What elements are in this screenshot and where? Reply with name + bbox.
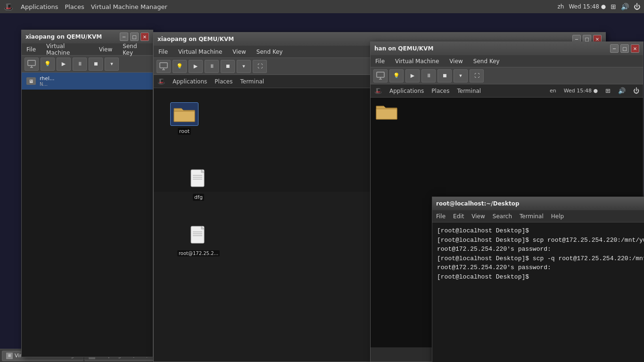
han-fullscreen-btn[interactable]: ⛶ [470,69,484,82]
root-folder-label: root [178,128,191,135]
vmm-menu-file[interactable]: File [25,45,38,54]
vmm-play-btn[interactable]: ▶ [57,58,71,71]
vm-icon: 🖥 [26,77,36,85]
xiaopang-menu-view[interactable]: View [231,48,248,56]
root-folder-bg [170,102,198,126]
han-minimize-btn[interactable]: ─ [610,44,619,53]
root172-file-icon[interactable]: root@172.25.2... [182,225,215,256]
vmm-menu-vm[interactable]: Virtual Machine [44,42,91,57]
terminal-line-3: root@172.25.254.220's password: [437,245,644,254]
han-apps-menu[interactable]: Applications [389,88,424,94]
terminal-menubar: File Edit View Search Terminal Help [432,210,644,222]
han-stop-btn[interactable]: ⏹ [438,69,452,82]
han-menu-vm[interactable]: Virtual Machine [393,57,441,66]
power-icon[interactable]: ⏻ [634,3,640,10]
vmm-bulb-btn[interactable]: 💡 [41,58,55,71]
han-sound-icon[interactable]: 🔊 [618,87,626,94]
xiaopang-menu-vm[interactable]: Virtual Machine [176,48,224,56]
han-window: han on QEMU/KVM ─ □ ✕ File Virtual Machi… [370,41,644,362]
lang-indicator: zh [558,3,564,10]
han-maximize-btn[interactable]: □ [620,44,629,53]
terminal-menu-search[interactable]: Search [493,213,512,220]
vmm-dropdown-btn[interactable]: ▾ [105,58,119,71]
han-dropdown-btn[interactable]: ▾ [454,69,468,82]
han-folder-icon [375,102,398,121]
xiaopang-pause-btn[interactable]: ⏸ [205,60,219,73]
system-bar-left: 🎩 Applications Places Virtual Machine Ma… [4,2,167,11]
dfg-file-label: dfg [193,194,204,201]
vmm-monitor-btn[interactable] [25,58,39,71]
xiaopang-places-menu[interactable]: Places [215,78,232,85]
terminal-menu-file[interactable]: File [436,213,446,220]
han-net-icon[interactable]: ⊞ [605,87,611,94]
vmm-menu-sendkey[interactable]: Send Key [121,42,150,57]
vmm-close-btn[interactable]: ✕ [140,33,149,41]
xiaopang-terminal-menu[interactable]: Terminal [240,78,264,85]
svg-rect-3 [160,63,167,68]
han-lang: en [550,88,556,94]
vmm-minimize-btn[interactable]: ─ [120,33,128,41]
terminal-menu-view[interactable]: View [471,213,485,220]
vmm-maximize-btn[interactable]: □ [130,33,139,41]
xiaopang-bulb-btn[interactable]: 💡 [173,60,187,73]
vmm-vm-name: rhel... [40,75,55,82]
sound-icon[interactable]: 🔊 [621,3,629,10]
vmm-content: 🖥 rhel... N... [22,73,153,357]
root172-label: root@172.25.2... [177,250,220,256]
han-menubar: File Virtual Machine View Send Key [371,55,643,67]
terminal-line-6: [root@localhost Desktop]$ [437,272,644,282]
dfg-container: dfg [182,168,215,201]
taskbar-vmm-icon: 🖥 [6,353,13,359]
han-close-btn[interactable]: ✕ [631,44,639,53]
han-inner-menubar: 🎩 Applications Places Terminal en Wed 15… [371,84,643,98]
xiaopang-apps-menu[interactable]: Applications [173,78,207,85]
dfg-file-bg [184,168,213,192]
vmm-pause-btn[interactable]: ⏸ [73,58,87,71]
root172-file-bg [184,225,213,248]
vmm-menu-view[interactable]: View [97,45,114,54]
vmm-menu[interactable]: Virtual Machine Manager [91,3,167,10]
han-bulb-btn[interactable]: 💡 [389,69,404,82]
xiaopang-menu-sendkey[interactable]: Send Key [255,48,285,56]
han-power-icon[interactable]: ⏻ [633,87,639,94]
vmm-item-rhel[interactable]: 🖥 rhel... N... [22,73,153,90]
terminal-menu-help[interactable]: Help [551,213,564,220]
applications-menu[interactable]: Applications [21,3,58,10]
vmm-stop-btn[interactable]: ⏹ [89,58,103,71]
xiaopang-title: xiaopang on QEMU/KVM [157,36,234,42]
root172-container: root@172.25.2... [182,225,215,256]
places-menu[interactable]: Places [65,3,84,10]
dfg-file-icon[interactable]: dfg [182,168,215,201]
han-pause-btn[interactable]: ⏸ [421,69,436,82]
xiaopang-stop-btn[interactable]: ⏹ [221,60,235,73]
han-terminal-menu[interactable]: Terminal [457,88,481,94]
terminal-titlebar[interactable]: root@localhost:~/Desktop ─ □ ✕ [432,197,644,210]
han-menu-sendkey[interactable]: Send Key [471,57,502,66]
xiaopang-monitor-btn[interactable] [157,60,171,73]
han-titlebar[interactable]: han on QEMU/KVM ─ □ ✕ [371,42,643,55]
han-menu-file[interactable]: File [373,57,387,66]
terminal-menu-edit[interactable]: Edit [453,213,464,220]
han-folder-area [375,102,398,123]
xiaopang-play-btn[interactable]: ▶ [189,60,203,73]
terminal-body[interactable]: [root@localhost Desktop]$ [root@localhos… [432,222,644,362]
terminal-menu-terminal[interactable]: Terminal [520,213,544,220]
han-controls: ─ □ ✕ [610,44,639,53]
xiaopang-dropdown-btn[interactable]: ▾ [237,60,251,73]
han-desktop: root@localhost:~/Desktop ─ □ ✕ File Edit… [371,98,643,347]
system-bar: 🎩 Applications Places Virtual Machine Ma… [0,0,644,13]
xiaopang-menu-file[interactable]: File [157,48,170,56]
han-menu-view[interactable]: View [447,57,464,66]
vmm-title: xiaopang on QEMU/KVM [25,33,102,40]
han-places-menu[interactable]: Places [431,88,449,94]
system-bar-right: zh Wed 15:48 ● ⊞ 🔊 ⏻ [558,3,640,10]
vmm-window: xiaopang on QEMU/KVM ─ □ ✕ File Virtual … [21,30,153,357]
root-folder-icon[interactable]: root [168,102,201,135]
terminal-line-2: [root@localhost Desktop]$ scp root@172.2… [437,236,644,245]
han-datetime: Wed 15:48 ● [564,88,598,94]
xiaopang-fullscreen-btn[interactable]: ⛶ [253,60,267,73]
han-play-btn[interactable]: ▶ [405,69,420,82]
han-monitor-btn[interactable] [373,69,388,82]
network-icon[interactable]: ⊞ [611,3,616,10]
han-title: han on QEMU/KVM [374,45,433,52]
